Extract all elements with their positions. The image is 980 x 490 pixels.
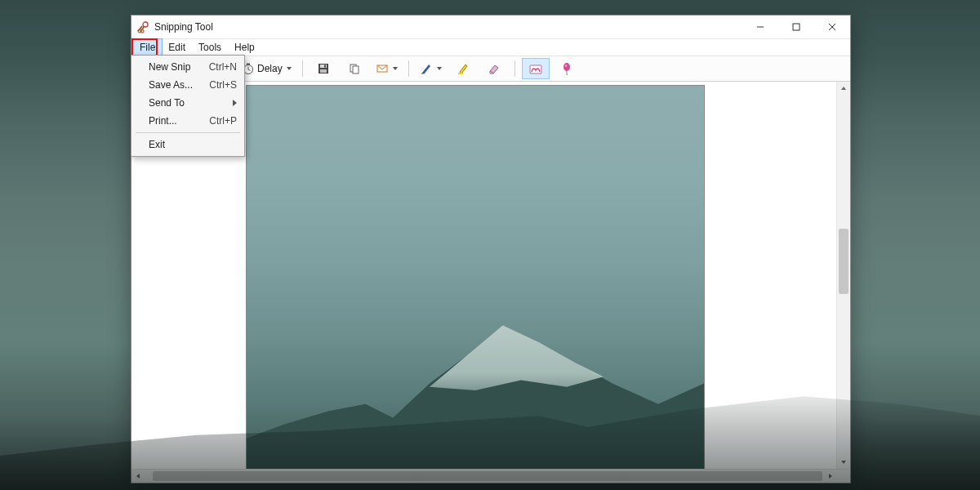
vertical-scroll-thumb[interactable]: [839, 229, 849, 294]
send-button[interactable]: [372, 58, 402, 79]
chevron-down-icon: [437, 67, 442, 70]
menu-item-label: Save As...: [149, 79, 209, 91]
menu-item-label: Send To: [149, 97, 237, 109]
window-title: Snipping Tool: [154, 21, 213, 33]
vertical-scrollbar[interactable]: [836, 82, 850, 469]
color-picker-button[interactable]: [553, 58, 581, 79]
chevron-down-icon: [393, 67, 398, 70]
horizontal-scroll-thumb[interactable]: [153, 471, 822, 481]
toolbar-separator: [514, 60, 515, 77]
desktop-background: Snipping Tool File Edit Tools Help: [0, 0, 980, 490]
floppy-disk-icon: [317, 62, 330, 75]
svg-point-2: [143, 22, 148, 27]
delay-label: Delay: [257, 63, 283, 74]
menu-separator: [136, 132, 240, 133]
pen-icon: [420, 62, 433, 75]
menu-tools[interactable]: Tools: [192, 39, 228, 56]
menu-item-shortcut: Ctrl+S: [209, 79, 237, 91]
scroll-left-arrow-icon[interactable]: [131, 470, 145, 483]
menu-item-shortcut: Ctrl+N: [209, 61, 237, 73]
menu-help[interactable]: Help: [228, 39, 261, 56]
close-button[interactable]: [814, 16, 850, 38]
eraser-icon: [488, 62, 501, 75]
eraser-button[interactable]: [480, 58, 508, 79]
minimize-button[interactable]: [742, 16, 778, 38]
svg-rect-14: [324, 65, 326, 68]
scrollbar-corner: [837, 470, 850, 483]
title-bar[interactable]: Snipping Tool: [131, 16, 850, 39]
edit-with-paint3d-button[interactable]: [522, 58, 550, 79]
scroll-up-arrow-icon[interactable]: [837, 82, 850, 95]
scroll-down-arrow-icon[interactable]: [837, 456, 850, 469]
svg-rect-16: [353, 66, 359, 74]
paint3d-icon: [528, 61, 543, 76]
svg-rect-13: [320, 69, 327, 73]
delay-button[interactable]: Delay: [238, 58, 296, 79]
svg-point-21: [564, 65, 566, 67]
captured-snip-image: [246, 85, 705, 469]
svg-rect-18: [458, 73, 463, 74]
save-button[interactable]: [310, 58, 337, 79]
scroll-right-arrow-icon[interactable]: [824, 470, 837, 483]
menu-item-label: Exit: [149, 139, 237, 150]
balloon-icon: [560, 62, 573, 75]
file-menu-print[interactable]: Print... Ctrl+P: [134, 112, 242, 130]
chevron-down-icon: [287, 67, 292, 70]
maximize-button[interactable]: [778, 16, 814, 38]
toolbar-separator: [302, 60, 303, 77]
file-menu-sendto[interactable]: Send To: [134, 94, 242, 112]
file-dropdown-menu: New Snip Ctrl+N Save As... Ctrl+S Send T…: [131, 55, 245, 157]
svg-rect-10: [247, 64, 250, 65]
menu-edit[interactable]: Edit: [162, 39, 192, 56]
snipping-tool-icon: [136, 20, 149, 33]
highlighter-icon: [457, 62, 470, 75]
file-menu-exit[interactable]: Exit: [134, 136, 242, 154]
copy-icon: [348, 62, 361, 75]
file-menu-saveas[interactable]: Save As... Ctrl+S: [134, 76, 242, 94]
copy-button[interactable]: [341, 58, 368, 79]
envelope-icon: [376, 62, 389, 75]
menu-item-label: New Snip: [149, 61, 209, 73]
highlighter-button[interactable]: [449, 58, 477, 79]
menu-bar: File Edit Tools Help: [131, 39, 850, 56]
menu-item-label: Print...: [149, 115, 209, 127]
toolbar-separator: [408, 60, 409, 77]
svg-rect-4: [793, 24, 800, 30]
menu-file[interactable]: File: [133, 39, 162, 56]
pen-button[interactable]: [416, 58, 446, 79]
file-menu-newsnip[interactable]: New Snip Ctrl+N: [134, 58, 242, 76]
menu-item-shortcut: Ctrl+P: [209, 115, 237, 127]
horizontal-scrollbar[interactable]: [131, 469, 850, 483]
svg-point-20: [564, 63, 570, 71]
